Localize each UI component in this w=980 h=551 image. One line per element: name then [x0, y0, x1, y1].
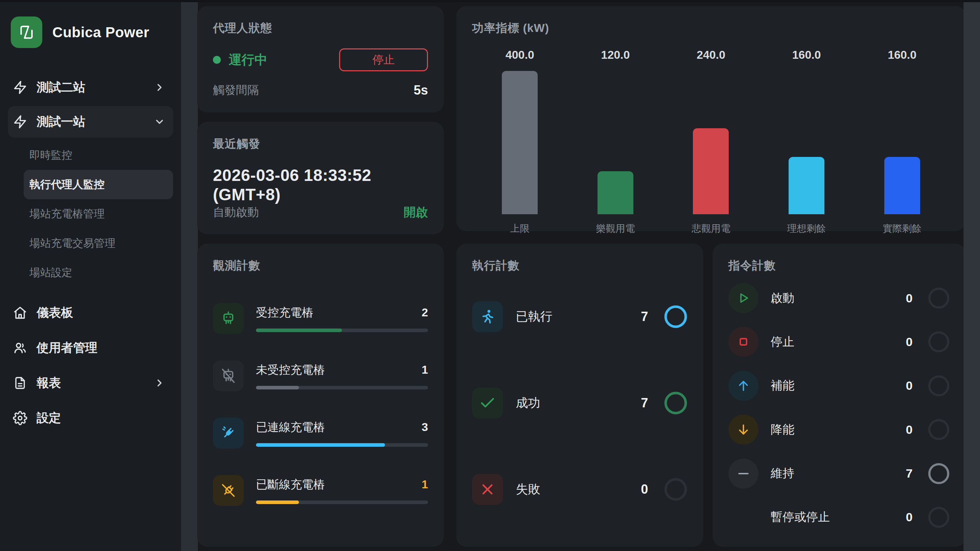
progress-ring: [928, 375, 950, 397]
brand[interactable]: Cubica Power: [11, 16, 173, 48]
list-item-value: 7: [906, 467, 913, 480]
list-item-value: 0: [641, 482, 648, 497]
list-item-maintain-commands: 維持 7: [729, 459, 950, 489]
progress-fill: [256, 386, 299, 389]
observation-rows: 受控充電樁 2 未受控充電樁 1: [213, 276, 428, 532]
arrow-down-icon: [729, 414, 759, 445]
sidebar: Cubica Power 測試二站 測試一站 即時監控 執行代理人監控 場站充電…: [0, 0, 181, 551]
card-title: 最近觸發: [213, 136, 428, 152]
chart-bar-area: [759, 71, 854, 214]
auto-start-value: 開啟: [404, 204, 428, 221]
main-scrollbar[interactable]: [964, 0, 980, 551]
list-item-label: 降能: [771, 422, 906, 438]
status-dot-icon: [213, 56, 221, 64]
sidebar-scrollbar[interactable]: [181, 0, 198, 551]
list-item-controlled-chargers: 受控充電樁 2: [213, 303, 428, 334]
recent-trigger-card: 最近觸發 2026-03-06 18:33:52 (GMT+8) 自動啟動 開啟: [197, 122, 444, 234]
sidebar-item-station1[interactable]: 測試一站: [8, 106, 173, 138]
list-item-value: 1: [422, 478, 428, 491]
stop-agent-button[interactable]: 停止: [339, 48, 428, 71]
chart-column: 240.0悲觀用電: [663, 48, 759, 235]
sidebar-item-dashboard[interactable]: 儀表板: [8, 297, 173, 329]
chart-category-label: 理想剩餘: [787, 222, 826, 235]
sidebar-item-label: 儀表板: [37, 305, 73, 321]
runner-icon: [472, 301, 503, 332]
chart-category-label: 實際剩餘: [883, 222, 921, 235]
sidebar-subitem-agent-monitor[interactable]: 執行代理人監控: [24, 170, 173, 199]
sidebar-item-reports[interactable]: 報表: [8, 367, 173, 399]
icon-placeholder: [729, 502, 759, 532]
sidebar-item-station2[interactable]: 測試二站: [8, 71, 173, 103]
chevron-right-icon: [154, 82, 165, 93]
list-item-label: 補能: [771, 378, 906, 394]
chart-bar: [789, 157, 824, 214]
list-item-label: 失敗: [516, 481, 641, 498]
home-icon: [13, 306, 27, 320]
list-item-failed: 失敗 0: [472, 474, 687, 505]
chart-column: 160.0實際剩餘: [854, 48, 950, 235]
progress-track: [256, 386, 428, 389]
chart-bar: [502, 71, 538, 214]
card-title: 代理人狀態: [213, 21, 428, 36]
progress-track: [256, 443, 428, 447]
sidebar-subitem-transactions[interactable]: 場站充電交易管理: [24, 229, 173, 258]
command-counts-card: 指令計數 啟動 0 停止 0 補能: [713, 244, 966, 547]
minus-icon: [729, 459, 759, 489]
list-item-executed: 已執行 7: [472, 301, 687, 332]
list-item-value: 0: [906, 379, 913, 393]
card-title: 指令計數: [729, 258, 950, 274]
list-item-label: 維持: [771, 465, 906, 481]
sidebar-item-settings[interactable]: 設定: [8, 402, 173, 434]
window-top-edge: [0, 0, 980, 2]
command-rows: 啟動 0 停止 0 補能 0: [729, 283, 950, 532]
chevron-down-icon: [154, 116, 165, 127]
list-item-start-commands: 啟動 0: [729, 283, 950, 313]
chart-value-label: 240.0: [697, 48, 725, 62]
sidebar-item-label: 使用者管理: [37, 340, 97, 356]
chart-value-label: 160.0: [888, 48, 916, 62]
status-text: 運行中: [229, 51, 267, 69]
progress-ring: [928, 418, 950, 441]
list-item-uncontrolled-chargers: 未受控充電樁 1: [213, 360, 428, 391]
progress-fill: [256, 443, 385, 447]
chevron-right-icon: [154, 377, 165, 389]
chart-column: 400.0上限: [472, 48, 568, 235]
list-item-label: 已連線充電樁: [256, 419, 325, 435]
trigger-interval-label: 觸發間隔: [213, 83, 259, 98]
brand-logo-icon: [11, 16, 42, 48]
list-item-reduce-commands: 降能 0: [729, 414, 950, 445]
auto-start-row: 自動啟動 開啟: [213, 204, 428, 221]
sidebar-item-label: 測試二站: [37, 79, 85, 96]
sidebar-subitem-station-settings[interactable]: 場站設定: [24, 258, 173, 287]
chart-value-label: 400.0: [506, 48, 534, 62]
list-item-value: 0: [906, 510, 913, 524]
progress-fill: [256, 500, 299, 504]
chart-bar-area: [854, 71, 950, 214]
sidebar-subitem-chargers[interactable]: 場站充電樁管理: [24, 199, 173, 229]
list-item-label: 成功: [516, 395, 641, 411]
chart-category-label: 樂觀用電: [596, 222, 635, 235]
stop-square-icon: [729, 327, 759, 357]
sidebar-item-label: 報表: [37, 375, 61, 391]
robot-icon: [213, 303, 244, 334]
chart-bar-area: [472, 71, 568, 214]
sidebar-item-label: 設定: [37, 410, 61, 426]
station1-submenu: 即時監控 執行代理人監控 場站充電樁管理 場站充電交易管理 場站設定: [8, 140, 173, 287]
agent-running-status: 運行中: [213, 51, 267, 69]
list-item-label: 停止: [771, 334, 906, 350]
observation-counts-card: 觀測計數 受控充電樁 2: [197, 244, 444, 547]
sidebar-subitem-realtime[interactable]: 即時監控: [24, 140, 173, 170]
power-chart-columns: 400.0上限120.0樂觀用電240.0悲觀用電160.0理想剩餘160.0實…: [472, 48, 950, 235]
chart-bar: [598, 171, 633, 214]
x-icon: [472, 474, 503, 505]
list-item-success: 成功 7: [472, 387, 687, 418]
progress-ring: [664, 478, 687, 501]
progress-track: [256, 500, 428, 504]
sidebar-item-users[interactable]: 使用者管理: [8, 332, 173, 364]
plug-off-icon: [213, 475, 244, 506]
chart-bar-area: [568, 71, 663, 214]
list-item-value: 7: [641, 309, 648, 324]
list-item-value: 0: [906, 291, 913, 305]
list-item-label: 啟動: [771, 290, 906, 306]
list-item-label: 已執行: [516, 308, 641, 325]
